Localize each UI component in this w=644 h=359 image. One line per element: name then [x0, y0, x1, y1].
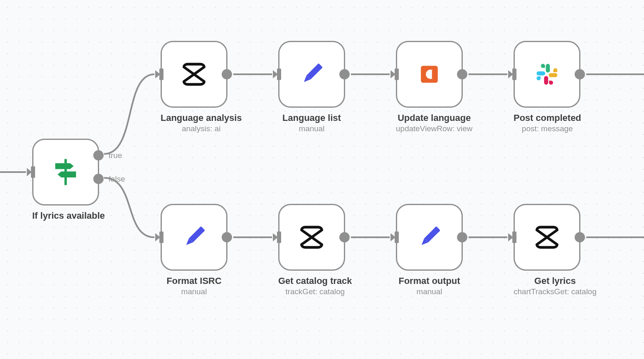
cross-icon: [297, 222, 327, 252]
slack-icon: [532, 59, 562, 89]
branch-true-label: true: [109, 151, 122, 160]
node-subtitle: updateViewRow: view: [396, 124, 473, 133]
node-title: Get catalog track: [278, 276, 352, 286]
pencil-icon: [297, 59, 327, 89]
node-subtitle: post: message: [514, 124, 581, 133]
input-port[interactable]: [277, 68, 281, 80]
node-language-list[interactable]: Language list manual: [278, 41, 345, 133]
node-subtitle: manual: [396, 287, 463, 296]
output-port[interactable]: [339, 69, 350, 80]
coda-icon: [414, 59, 444, 89]
input-port[interactable]: [159, 231, 163, 243]
node-subtitle: manual: [278, 124, 345, 133]
output-port[interactable]: [222, 232, 232, 243]
input-port[interactable]: [512, 231, 516, 243]
node-post-completed[interactable]: Post completed post: message: [514, 41, 581, 133]
output-port[interactable]: [457, 69, 467, 80]
pencil-icon: [179, 222, 209, 252]
node-subtitle: trackGet: catalog: [278, 287, 352, 296]
signpost-icon: [51, 157, 80, 187]
node-title: Format output: [396, 276, 463, 286]
node-title: Get lyrics: [514, 276, 597, 286]
cross-icon: [532, 222, 562, 252]
output-port-true[interactable]: true: [93, 150, 104, 161]
input-port[interactable]: [512, 68, 516, 80]
node-if-lyrics-available[interactable]: true false If lyrics available: [32, 139, 105, 221]
node-title: Post completed: [514, 113, 581, 123]
node-get-catalog-track[interactable]: Get catalog track trackGet: catalog: [278, 204, 352, 296]
node-subtitle: manual: [161, 287, 227, 296]
input-port[interactable]: [395, 68, 399, 80]
input-port[interactable]: [277, 231, 281, 243]
node-format-isrc[interactable]: Format ISRC manual: [161, 204, 227, 296]
node-get-lyrics[interactable]: Get lyrics chartTracksGet: catalog: [514, 204, 597, 296]
input-port[interactable]: [159, 68, 163, 80]
node-subtitle: chartTracksGet: catalog: [514, 287, 597, 296]
node-title: If lyrics available: [32, 210, 105, 221]
node-subtitle: analysis: ai: [161, 124, 242, 133]
output-port[interactable]: [575, 69, 585, 80]
node-title: Format ISRC: [161, 276, 227, 286]
output-port[interactable]: [222, 69, 232, 80]
output-port[interactable]: [457, 232, 467, 243]
node-language-analysis[interactable]: Language analysis analysis: ai: [161, 41, 242, 133]
node-title: Language analysis: [161, 113, 242, 123]
node-update-language[interactable]: Update language updateViewRow: view: [396, 41, 473, 133]
output-port[interactable]: [339, 232, 350, 243]
pencil-icon: [414, 222, 444, 252]
input-port[interactable]: [395, 231, 399, 243]
output-port[interactable]: [575, 232, 585, 243]
node-title: Update language: [396, 113, 473, 123]
output-port-false[interactable]: false: [93, 174, 104, 184]
node-format-output[interactable]: Format output manual: [396, 204, 463, 296]
input-port[interactable]: [31, 166, 35, 178]
branch-false-label: false: [109, 175, 125, 184]
cross-icon: [179, 59, 209, 89]
node-title: Language list: [278, 113, 345, 123]
